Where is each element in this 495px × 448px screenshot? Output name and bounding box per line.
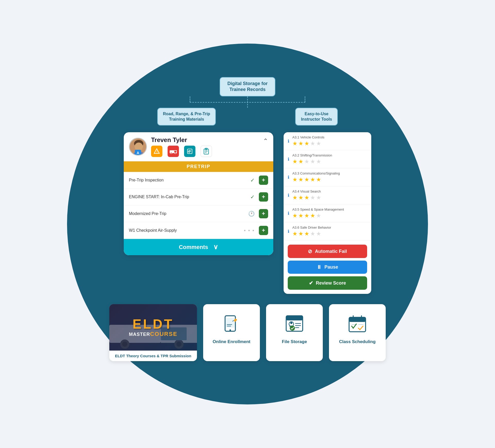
top-section: Digital Storage for Trainee Records Road… [131,77,364,126]
truck-icon-btn[interactable] [168,146,179,157]
hazard-icon-btn[interactable]: ! [151,146,162,157]
score-content: A3.4 Visual Search ★★★★★ [292,189,367,201]
star-filled: ★ [298,140,303,147]
chevron-up-icon[interactable]: ⌃ [263,137,268,145]
star-filled: ★ [292,212,298,219]
trainee-name: Treven Tyler [151,136,268,144]
star-filled: ★ [298,230,303,237]
score-rows: ℹ A3.1 Vehicle Controls ★★★★★ ℹ A3.2 Shi… [284,132,371,240]
score-title: A3.2 Shifting/Transmission [292,153,367,157]
star-filled: ★ [304,230,309,237]
svg-point-25 [176,342,182,347]
task-label: ENGINE START: In-Cab Pre-Trip [129,195,250,199]
info-icon[interactable]: ℹ [288,193,289,198]
score-row: ℹ A3.6 Safe Driver Behavior ★★★★★ [284,222,371,240]
header-icons: ! [151,146,268,157]
trainee-name-area: Treven Tyler ! [147,136,268,157]
pause-icon: ⏸ [317,264,322,270]
svg-point-23 [122,342,127,347]
score-content: A3.6 Safe Driver Behavior ★★★★★ [292,226,367,237]
svg-point-33 [229,329,231,331]
star-rating: ★★★★★ [292,212,367,219]
star-empty: ★ [310,230,315,237]
star-rating: ★★★★★ [292,140,367,147]
star-rating: ★★★★★ [292,230,367,237]
task-add-button-3[interactable]: + [259,226,268,235]
automatic-fail-button[interactable]: ⊘ Automatic Fail [288,245,367,258]
score-title: A3.4 Visual Search [292,189,367,193]
score-row: ℹ A3.4 Visual Search ★★★★★ [284,186,371,204]
task-add-button-0[interactable]: + [259,176,268,185]
digital-storage-label: Digital Storage for Trainee Records [220,77,275,96]
star-filled: ★ [304,176,309,183]
checklist-icon-btn[interactable] [184,146,195,157]
score-panel: ℹ A3.1 Vehicle Controls ★★★★★ ℹ A3.2 Shi… [284,132,371,294]
road-range-label: Road, Range, & Pre-Trip Training Materia… [157,108,216,126]
score-content: A3.3 Communications/Signaling ★★★★★ [292,171,367,183]
bottom-row: ELDT MASTERCOURSE ELDT Theory Courses & … [93,304,402,361]
star-filled: ★ [304,140,309,147]
star-empty: ★ [304,158,309,165]
score-row: ℹ A3.1 Vehicle Controls ★★★★★ [284,132,371,150]
svg-rect-10 [174,151,176,152]
star-rating: ★★★★★ [292,158,367,165]
info-icon[interactable]: ℹ [288,211,289,216]
score-content: A3.5 Speed & Space Management ★★★★★ [292,208,367,219]
star-filled: ★ [304,194,309,201]
star-empty: ★ [310,140,315,147]
score-title: A3.6 Safe Driver Behavior [292,226,367,229]
star-filled: ★ [316,176,321,183]
eldt-image: ELDT MASTERCOURSE [109,304,197,351]
task-label: Pre-Trip Inspection [129,178,250,182]
page-wrapper: Digital Storage for Trainee Records Road… [0,0,495,448]
star-empty: ★ [316,140,321,147]
task-status-clock: 🕐 [248,211,255,217]
star-filled: ★ [292,140,298,147]
star-rating: ★★★★★ [292,194,367,201]
star-filled: ★ [298,194,303,201]
table-row: Modernized Pre-Trip 🕐 + [124,205,273,222]
task-status-check: ✓ [250,177,255,183]
score-title: A3.3 Communications/Signaling [292,171,367,175]
online-enrollment-card: Online Enrollment [203,304,260,361]
svg-rect-35 [286,316,303,320]
task-add-button-2[interactable]: + [259,209,268,218]
star-empty: ★ [316,158,321,165]
file-storage-icon [283,312,306,335]
star-empty: ★ [310,194,315,201]
task-status-check: ✓ [250,194,255,200]
task-add-button-1[interactable]: + [259,192,268,202]
table-row: W1 Checkpoint Air-Supply • • • + [124,222,273,239]
ban-icon: ⊘ [308,248,312,254]
info-icon[interactable]: ℹ [288,175,289,180]
cards-row: A Treven Tyler ! [93,132,402,294]
comments-label: Comments [179,244,208,251]
svg-point-37 [290,322,292,324]
svg-rect-43 [349,317,366,322]
score-row: ℹ A3.3 Communications/Signaling ★★★★★ [284,168,371,186]
score-content: A3.2 Shifting/Transmission ★★★★★ [292,153,367,165]
file-storage-card: File Storage [266,304,323,361]
star-filled: ★ [298,158,303,165]
svg-text:!: ! [156,150,158,154]
star-empty: ★ [310,158,315,165]
online-enrollment-label: Online Enrollment [213,339,250,344]
score-title: A3.5 Speed & Space Management [292,208,367,211]
file-storage-label: File Storage [282,339,307,344]
eldt-card: ELDT MASTERCOURSE ELDT Theory Courses & … [109,304,197,361]
star-filled: ★ [292,230,298,237]
comments-bar[interactable]: Comments ∨ [124,239,273,255]
class-scheduling-icon [346,312,369,335]
class-scheduling-label: Class Scheduling [339,339,376,344]
review-score-button[interactable]: ✔ Review Score [288,276,367,290]
star-filled: ★ [304,212,309,219]
clipboard-icon-btn[interactable] [201,146,212,157]
avatar: A [129,138,147,156]
online-enrollment-icon [220,312,243,335]
info-icon[interactable]: ℹ [288,139,289,144]
star-filled: ★ [298,176,303,183]
info-icon[interactable]: ℹ [288,229,289,234]
pause-button[interactable]: ⏸ Pause [288,261,367,274]
chevron-down-icon: ∨ [213,243,218,251]
info-icon[interactable]: ℹ [288,157,289,162]
